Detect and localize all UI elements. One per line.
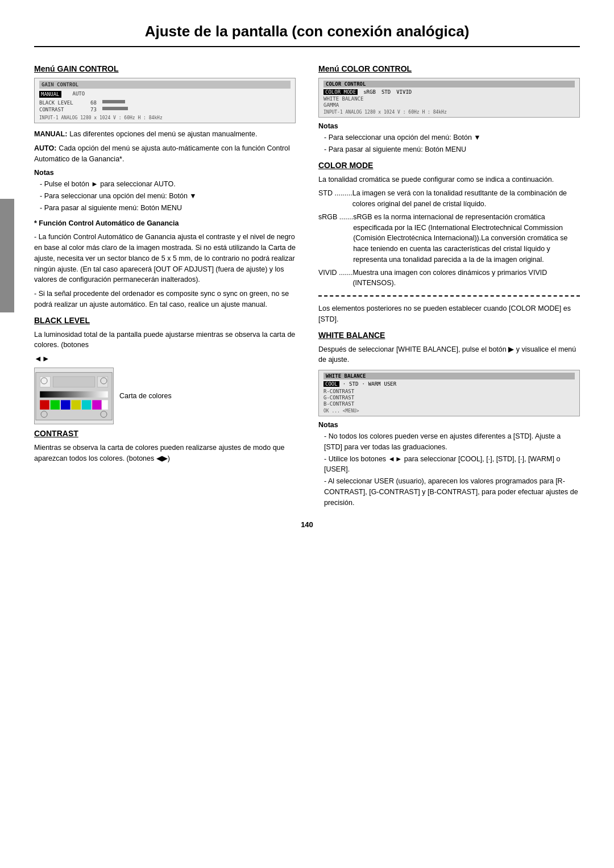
notas-gain: Notas — [34, 169, 296, 177]
gamma-sub: GAMMA — [323, 102, 575, 108]
white-balance-intro: Después de seleccionar [WHITE BALANCE], … — [318, 344, 580, 366]
vivid-term: VIVID ....... — [318, 268, 352, 289]
svg-rect-2 — [53, 377, 95, 387]
white-balance-section: WHITE BALANCE Después de seleccionar [WH… — [318, 331, 580, 508]
auto-option: AUTO — [73, 91, 85, 98]
contrast-title: CONTRAST — [34, 429, 296, 438]
srgb-def: sRGB ....... sRGB es la norma internacio… — [318, 212, 580, 265]
arrows-black-level: ◄► — [34, 354, 296, 363]
svg-rect-5 — [40, 400, 49, 410]
note-cc-1: Para seleccionar una opción del menú: Bo… — [318, 132, 580, 143]
note-gain-3: Para pasar al siguiente menú: Botón MENU — [34, 203, 296, 214]
page: Ajuste de la pantalla (con conexión anal… — [0, 0, 614, 868]
svg-rect-1 — [40, 377, 50, 387]
vivid-def: VIVID ....... Muestra una imagen con col… — [318, 268, 580, 289]
black-level-title: BLACK LEVEL — [34, 316, 296, 325]
auto-description: AUTO:Cada opción del menú se ajusta auto… — [34, 143, 296, 165]
dashed-separator — [318, 295, 580, 297]
func-title-text: * Función Control Automático de Ganancia — [34, 219, 179, 227]
std-term: STD ......... — [318, 188, 352, 210]
color-mode-section: COLOR MODE La tonalidad cromática se pue… — [318, 161, 580, 289]
color-control-footer: INPUT-1 ANALOG 1280 x 1024 V : 60Hz H : … — [323, 110, 575, 115]
std-def: STD ......... La imagen se verá con la t… — [318, 188, 580, 210]
separator-text: Los elementos posteriores no se pueden e… — [318, 303, 580, 325]
manual-text: Las diferentes opciones del menú se ajus… — [69, 130, 257, 138]
note-wb-3: Al seleccionar USER (usuario), aparecen … — [318, 476, 580, 508]
svg-rect-3 — [97, 377, 107, 387]
vivid-option: VIVID — [396, 89, 412, 95]
cool-option: COOL — [323, 381, 339, 387]
color-mode-option: COLOR MODE — [323, 89, 358, 95]
svg-rect-8 — [71, 400, 81, 410]
color-control-title: Menú COLOR CONTROL — [318, 64, 580, 73]
user-option: USER — [384, 381, 396, 387]
main-content: Menú GAIN CONTROL GAIN CONTROL MANUAL AU… — [34, 64, 580, 509]
r-contrast-row: R-CONTRAST — [323, 389, 575, 394]
page-number: 140 — [34, 520, 580, 529]
note-gain-2: Para seleccionar una opción del menú: Bo… — [34, 191, 296, 202]
color-control-menu: COLOR CONTROL COLOR MODE sRGB STD VIVID … — [318, 78, 580, 118]
color-mode-title: COLOR MODE — [318, 161, 580, 170]
white-balance-title: WHITE BALANCE — [318, 331, 580, 340]
note-wb-1: No todos los colores pueden verse en aju… — [318, 431, 580, 453]
wb-options: COOL · STD · WARM USER — [323, 381, 575, 387]
white-balance-sub: WHITE BALANCE — [323, 96, 575, 102]
manual-option: MANUAL — [39, 91, 61, 98]
notas-color-control: Notas — [318, 122, 580, 130]
function-text2: - Si la señal procedente del ordenador e… — [34, 289, 296, 310]
gain-mode-options: MANUAL AUTO — [39, 91, 291, 98]
black-level-section: BLACK LEVEL La luminosidad total de la p… — [34, 316, 296, 425]
contrast-section: CONTRAST Mientras se observa la carta de… — [34, 429, 296, 464]
right-column: Menú COLOR CONTROL COLOR CONTROL COLOR M… — [318, 64, 580, 509]
svg-rect-9 — [82, 400, 92, 410]
color-mode-options: COLOR MODE sRGB STD VIVID — [323, 89, 575, 95]
left-bar — [0, 199, 14, 312]
gain-control-menu-bar: GAIN CONTROL — [39, 81, 291, 89]
color-card-area: Carta de colores — [34, 368, 296, 424]
wb-footer: OK ... <MENU> — [323, 408, 575, 414]
manual-description: MANUAL:Las diferentes opciones del menú … — [34, 129, 296, 140]
note-wb-2: Utilice los botones ◄► para seleccionar … — [318, 454, 580, 475]
srgb-term: sRGB ....... — [318, 212, 353, 265]
function-block: * Función Control Automático de Ganancia… — [34, 218, 296, 310]
left-column: Menú GAIN CONTROL GAIN CONTROL MANUAL AU… — [34, 64, 296, 509]
color-mode-intro: La tonalidad cromática se puede configur… — [318, 174, 580, 185]
b-contrast-row: B-CONTRAST — [323, 401, 575, 407]
svg-rect-6 — [51, 400, 60, 410]
gain-control-section: Menú GAIN CONTROL GAIN CONTROL MANUAL AU… — [34, 64, 296, 310]
auto-text: Cada opción del menú se ajusta auto-máti… — [34, 144, 290, 163]
gain-control-menu: GAIN CONTROL MANUAL AUTO BLACK LEVEL 68 … — [34, 78, 296, 123]
color-card-svg — [35, 369, 113, 423]
page-title: Ajuste de la pantalla (con conexión anal… — [34, 23, 580, 47]
color-control-menu-title: COLOR CONTROL — [323, 81, 575, 87]
color-card-label: Carta de colores — [119, 392, 172, 400]
contrast-row: CONTRAST 73 — [39, 106, 291, 113]
manual-label: MANUAL: — [34, 130, 67, 138]
g-contrast-row: G-CONTRAST — [323, 395, 575, 400]
svg-rect-7 — [61, 400, 70, 410]
menu-footer: INPUT-1 ANALOG 1280 x 1024 V : 60Hz H : … — [39, 115, 291, 120]
warm-option: WARM — [368, 381, 381, 387]
contrast-text: Mientras se observa la carta de colores … — [34, 443, 296, 464]
std-wb-option: STD — [349, 381, 358, 387]
black-level-text: La luminosidad total de la pantalla pued… — [34, 329, 296, 351]
function-title: * Función Control Automático de Ganancia — [34, 218, 296, 229]
svg-rect-4 — [40, 391, 108, 397]
auto-label: AUTO: — [34, 144, 56, 152]
white-balance-menu: WHITE BALANCE COOL · STD · WARM USER R-C… — [318, 370, 580, 416]
std-option: STD — [381, 89, 391, 95]
black-level-bar — [102, 100, 125, 103]
note-gain-1: Pulse el botón ► para seleccionar AUTO. — [34, 179, 296, 190]
vivid-desc: Muestra una imagen con colores dinámicos… — [352, 268, 580, 289]
function-text1: - La función Control Automático de Ganan… — [34, 232, 296, 285]
std-desc: La imagen se verá con la tonalidad resut… — [352, 188, 580, 210]
svg-rect-11 — [102, 400, 108, 410]
gain-control-title: Menú GAIN CONTROL — [34, 64, 296, 73]
srgb-desc: sRGB es la norma internacional de repres… — [353, 212, 580, 265]
wb-title: WHITE BALANCE — [323, 373, 575, 379]
color-card-img — [34, 368, 114, 424]
black-level-row: BLACK LEVEL 68 — [39, 99, 291, 106]
color-control-section: Menú COLOR CONTROL COLOR CONTROL COLOR M… — [318, 64, 580, 155]
svg-rect-10 — [92, 400, 102, 410]
notas-wb: Notas — [318, 421, 580, 429]
